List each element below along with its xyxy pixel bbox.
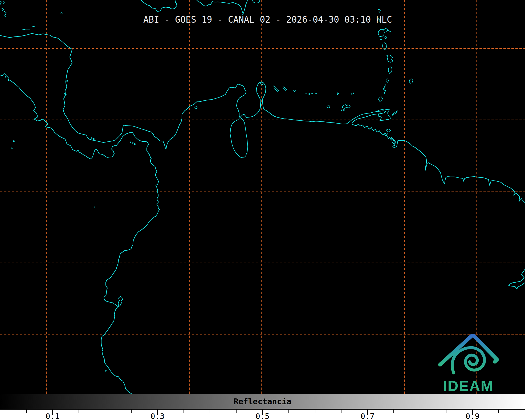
coastline <box>32 26 35 27</box>
coastline <box>327 106 330 108</box>
colorbar-minor-tick <box>131 410 132 413</box>
colorbar-major-tick <box>262 410 263 415</box>
coastline <box>2 8 3 10</box>
logo-roof-icon <box>440 336 497 365</box>
colorbar-minor-tick <box>315 410 315 413</box>
island-dot <box>385 90 386 91</box>
coastline <box>294 90 295 92</box>
island-dot <box>316 93 317 94</box>
coastline <box>274 86 279 91</box>
colorbar-minor-tick <box>184 410 184 413</box>
island-dot <box>61 13 62 14</box>
island-dot <box>306 93 307 94</box>
island-dot <box>309 93 310 95</box>
colorbar-major-tick <box>367 410 368 415</box>
island-dot <box>380 39 381 40</box>
island-dot <box>260 82 261 83</box>
coastline <box>283 87 287 91</box>
map-title: ABI - GOES 19 - CANAL 02 - 2026-04-30 03… <box>143 14 392 25</box>
island-dot <box>383 88 384 89</box>
colorbar-minor-tick <box>105 410 105 413</box>
coastline <box>379 97 382 101</box>
coastline <box>386 129 390 132</box>
colorbar-minor-tick <box>446 410 446 413</box>
reflectance-colorbar: Reflectancia <box>0 394 525 410</box>
coastline <box>197 0 247 14</box>
island-dot <box>134 144 135 145</box>
colorbar-label: Reflectancia <box>234 397 291 406</box>
coastline <box>230 117 248 158</box>
coastline <box>5 11 6 15</box>
island-dot <box>105 370 106 371</box>
coastline <box>0 33 525 203</box>
coastline <box>253 0 260 3</box>
island-dot <box>11 148 12 149</box>
coastline <box>0 1 1 5</box>
colorbar-minor-tick <box>236 410 237 413</box>
coastline <box>409 79 413 83</box>
coastline <box>119 296 123 301</box>
colorbar-minor-tick <box>341 410 341 413</box>
coastline <box>0 74 160 394</box>
coastline <box>508 269 525 289</box>
island-dot <box>384 92 385 93</box>
island-dot <box>93 138 94 140</box>
island-dot <box>343 109 344 111</box>
colorbar-minor-tick <box>210 410 210 413</box>
colorbar-major-tick <box>157 410 158 415</box>
coastline <box>342 105 350 108</box>
coastline <box>141 0 177 11</box>
satellite-map-viewer: IDEAM ABI - GOES 19 - CANAL 02 - 2026-04… <box>0 0 525 420</box>
colorbar-minor-tick <box>420 410 420 413</box>
island-dot <box>130 142 131 143</box>
coastline <box>387 55 393 62</box>
coastline <box>4 15 5 17</box>
colorbar-minor-tick <box>79 410 79 413</box>
map-canvas: IDEAM <box>0 0 525 394</box>
coastline <box>195 107 197 109</box>
island-dot <box>94 206 95 207</box>
coastlines <box>0 0 525 394</box>
coastline <box>386 79 389 82</box>
island-dot <box>312 93 313 94</box>
coastline <box>392 111 397 115</box>
colorbar-minor-tick <box>26 410 27 413</box>
coastline <box>378 9 380 12</box>
coastline <box>378 29 384 37</box>
island-dot <box>384 86 385 87</box>
colorbar-minor-tick <box>393 410 394 413</box>
coastline <box>22 29 30 30</box>
logo-spiral-icon <box>452 348 485 373</box>
colorbar-axis: 0.1 0.3 0.5 0.7 0.9 <box>0 410 525 420</box>
island-dot <box>385 37 387 39</box>
island-dot <box>132 142 133 143</box>
colorbar-minor-tick <box>288 410 289 413</box>
coastline <box>389 31 390 32</box>
ideam-logo: IDEAM <box>440 336 497 394</box>
colorbar-minor-tick <box>498 410 499 413</box>
coastline <box>388 67 392 74</box>
latlon-gridlines <box>0 0 525 394</box>
island-dot <box>13 141 14 142</box>
colorbar-major-tick <box>52 410 53 415</box>
coastline <box>3 1 4 4</box>
coastline <box>64 93 66 96</box>
colorbar-major-tick <box>472 410 473 415</box>
island-dot <box>341 110 342 111</box>
island-dot <box>351 94 352 95</box>
island-dot <box>91 138 92 139</box>
island-dot <box>385 84 386 85</box>
island-dot <box>262 84 263 85</box>
coastline <box>337 93 339 95</box>
island-dot <box>353 93 354 94</box>
logo-text: IDEAM <box>443 377 494 394</box>
